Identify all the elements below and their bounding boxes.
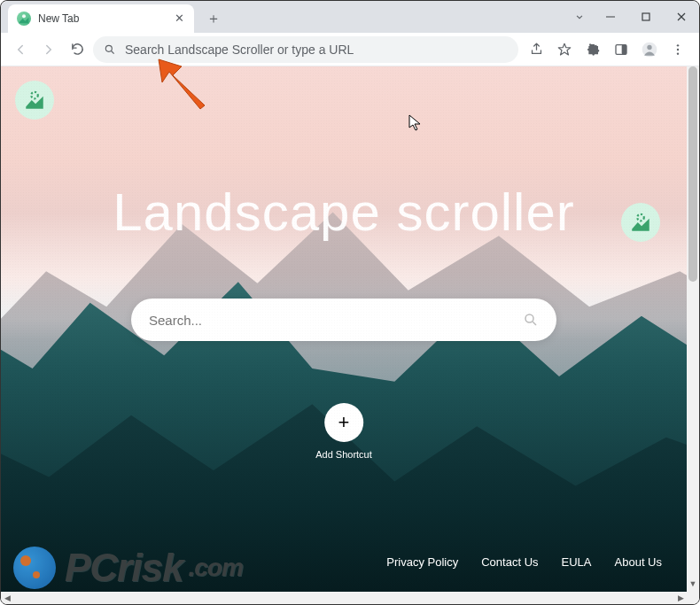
omnibox-placeholder: Search Landscape Scroller or type a URL bbox=[125, 43, 354, 57]
share-button[interactable] bbox=[522, 37, 550, 62]
svg-point-14 bbox=[31, 92, 38, 99]
watermark: PCrisk .com bbox=[13, 546, 243, 590]
search-icon bbox=[523, 312, 539, 328]
watermark-globe-icon bbox=[13, 547, 56, 589]
vertical-scrollbar[interactable]: ▲ ▼ bbox=[687, 66, 699, 604]
logo-top-left[interactable] bbox=[15, 81, 54, 120]
footer-links: Privacy Policy Contact Us EULA About Us bbox=[386, 555, 662, 569]
footer-link-privacy[interactable]: Privacy Policy bbox=[386, 555, 458, 569]
svg-line-6 bbox=[112, 50, 114, 53]
page-search-bar[interactable] bbox=[131, 299, 556, 341]
watermark-brand: PCrisk bbox=[65, 546, 183, 590]
browser-toolbar: Search Landscape Scroller or type a URL bbox=[1, 33, 699, 66]
page-search-input[interactable] bbox=[149, 313, 523, 328]
svg-point-5 bbox=[105, 45, 112, 51]
scroll-down-icon[interactable]: ▼ bbox=[687, 579, 699, 592]
profile-button[interactable] bbox=[635, 37, 664, 62]
window-controls bbox=[566, 1, 699, 33]
footer-link-eula[interactable]: EULA bbox=[562, 555, 592, 569]
maximize-button[interactable] bbox=[628, 4, 664, 30]
cursor-icon bbox=[408, 114, 423, 136]
forward-button[interactable] bbox=[36, 37, 61, 62]
svg-point-13 bbox=[677, 52, 679, 54]
svg-point-0 bbox=[22, 14, 26, 18]
add-shortcut: + Add Shortcut bbox=[315, 403, 372, 460]
new-tab-button[interactable]: ＋ bbox=[201, 6, 226, 31]
reload-button[interactable] bbox=[65, 37, 89, 62]
scroll-up-icon[interactable]: ▲ bbox=[687, 66, 699, 79]
tab-title: New Tab bbox=[38, 12, 166, 25]
svg-point-10 bbox=[647, 44, 651, 49]
svg-line-17 bbox=[533, 322, 536, 325]
scroll-left-icon[interactable]: ◀ bbox=[1, 592, 13, 604]
close-window-button[interactable] bbox=[664, 4, 699, 30]
search-icon bbox=[104, 43, 116, 56]
content-viewport: Landscape scroller + Add Shortcut Privac… bbox=[1, 66, 699, 604]
footer-link-about[interactable]: About Us bbox=[615, 555, 662, 569]
svg-rect-8 bbox=[622, 44, 626, 54]
scroll-right-icon[interactable]: ▶ bbox=[674, 592, 687, 604]
watermark-suffix: .com bbox=[188, 554, 242, 582]
tab-favicon bbox=[17, 12, 31, 26]
svg-point-11 bbox=[677, 44, 679, 46]
tab-search-dropdown[interactable] bbox=[566, 4, 593, 30]
svg-point-16 bbox=[525, 314, 533, 322]
footer-link-contact[interactable]: Contact Us bbox=[481, 555, 538, 569]
horizontal-scrollbar[interactable]: ◀ ▶ bbox=[1, 592, 687, 604]
bookmark-button[interactable] bbox=[550, 37, 579, 62]
minimize-button[interactable] bbox=[593, 4, 628, 30]
svg-point-12 bbox=[677, 48, 679, 50]
add-shortcut-button[interactable]: + bbox=[324, 403, 363, 442]
browser-tab[interactable]: New Tab ✕ bbox=[8, 4, 194, 33]
extensions-button[interactable] bbox=[579, 37, 607, 62]
close-tab-icon[interactable]: ✕ bbox=[173, 12, 185, 25]
svg-rect-2 bbox=[642, 13, 649, 20]
new-tab-page: Landscape scroller + Add Shortcut Privac… bbox=[1, 66, 687, 592]
menu-button[interactable] bbox=[664, 37, 692, 62]
add-shortcut-label: Add Shortcut bbox=[315, 449, 372, 460]
annotation-arrow bbox=[152, 56, 214, 121]
side-panel-button[interactable] bbox=[607, 37, 635, 62]
back-button[interactable] bbox=[8, 37, 33, 62]
hero-title: Landscape scroller bbox=[1, 182, 687, 243]
